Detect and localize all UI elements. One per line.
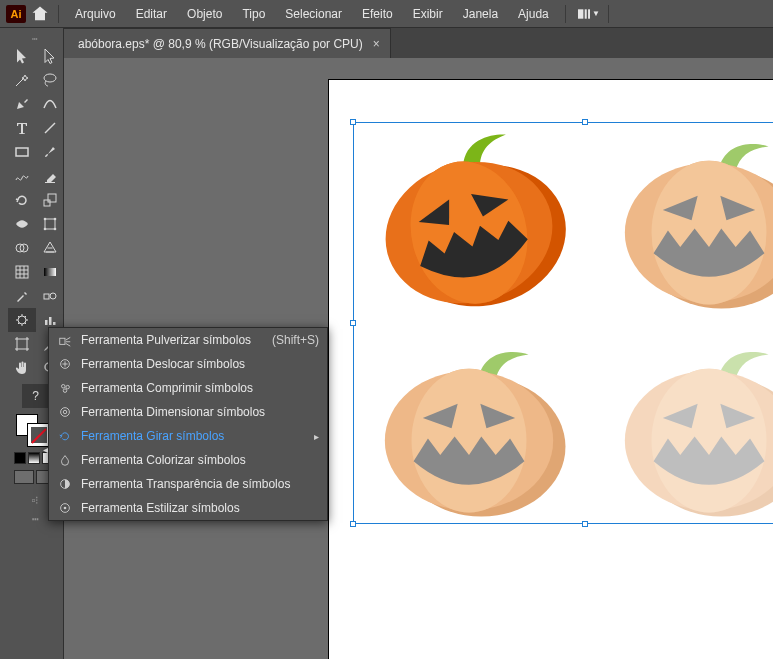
close-tab-icon[interactable]: × <box>373 37 380 51</box>
rectangle-tool-icon[interactable] <box>8 140 36 164</box>
perspective-grid-tool-icon[interactable] <box>36 236 64 260</box>
flyout-item-symbol-shifter[interactable]: Ferramenta Deslocar símbolos <box>49 352 327 376</box>
menu-arquivo[interactable]: Arquivo <box>67 3 124 25</box>
shape-builder-tool-icon[interactable] <box>8 236 36 260</box>
menu-janela[interactable]: Janela <box>455 3 506 25</box>
menu-tipo[interactable]: Tipo <box>234 3 273 25</box>
flyout-item-symbol-screener[interactable]: Ferramenta Transparência de símbolos <box>49 472 327 496</box>
panel-gutter: ⋮⋮ <box>0 28 8 659</box>
rotate-tool-icon[interactable] <box>8 188 36 212</box>
gradient-tool-icon[interactable] <box>36 260 64 284</box>
flyout-item-symbol-sprayer[interactable]: Ferramenta Pulverizar símbolos (Shift+S) <box>49 328 327 352</box>
submenu-caret-icon: ▸ <box>314 431 319 442</box>
svg-rect-7 <box>48 194 56 202</box>
artboard-tool-icon[interactable] <box>8 332 36 356</box>
shaper-tool-icon[interactable] <box>8 164 36 188</box>
home-icon[interactable] <box>30 4 50 24</box>
paintbrush-tool-icon[interactable] <box>36 140 64 164</box>
scale-tool-icon[interactable] <box>36 188 64 212</box>
flyout-item-label: Ferramenta Comprimir símbolos <box>81 381 253 395</box>
selection-tool-icon[interactable] <box>8 44 36 68</box>
svg-rect-0 <box>578 9 583 18</box>
hand-tool-icon[interactable] <box>8 356 36 380</box>
divider <box>565 5 566 23</box>
svg-line-4 <box>45 123 55 133</box>
svg-rect-15 <box>16 266 28 278</box>
mesh-tool-icon[interactable] <box>8 260 36 284</box>
svg-point-42 <box>63 410 67 414</box>
svg-point-10 <box>54 218 57 221</box>
document-tab-bar: abóbora.eps* @ 80,9 % (RGB/Visualização … <box>64 28 773 58</box>
menu-efeito[interactable]: Efeito <box>354 3 401 25</box>
flyout-item-symbol-spinner[interactable]: Ferramenta Girar símbolos ▸ <box>49 424 327 448</box>
selection-handle[interactable] <box>582 119 588 125</box>
blend-tool-icon[interactable] <box>36 284 64 308</box>
color-chip[interactable] <box>14 452 26 464</box>
selection-handle[interactable] <box>350 320 356 326</box>
flyout-item-symbol-stainer[interactable]: Ferramenta Colorizar símbolos <box>49 448 327 472</box>
svg-point-40 <box>63 389 67 393</box>
symbol-spinner-icon <box>57 428 73 444</box>
draw-normal-icon[interactable] <box>14 470 34 484</box>
flyout-item-label: Ferramenta Deslocar símbolos <box>81 357 245 371</box>
svg-rect-8 <box>45 219 55 229</box>
symbol-shifter-icon <box>57 356 73 372</box>
svg-point-9 <box>44 218 47 221</box>
symbol-stainer-icon <box>57 452 73 468</box>
stroke-swatch[interactable] <box>28 424 50 446</box>
svg-point-45 <box>64 507 67 510</box>
gradient-chip[interactable] <box>28 452 40 464</box>
app-badge: Ai <box>6 5 26 23</box>
divider <box>608 5 609 23</box>
menu-exibir[interactable]: Exibir <box>405 3 451 25</box>
svg-point-18 <box>50 293 56 299</box>
free-transform-tool-icon[interactable] <box>36 212 64 236</box>
svg-rect-1 <box>585 9 587 18</box>
flyout-item-symbol-styler[interactable]: Ferramenta Estilizar símbolos <box>49 496 327 520</box>
curvature-tool-icon[interactable] <box>36 92 64 116</box>
svg-rect-21 <box>49 317 52 325</box>
eraser-tool-icon[interactable] <box>36 164 64 188</box>
svg-rect-20 <box>45 320 48 325</box>
edit-toolbar-button[interactable]: ? <box>22 384 50 408</box>
selection-handle[interactable] <box>350 119 356 125</box>
selection-handle[interactable] <box>350 521 356 527</box>
symbol-sprayer-tool-icon[interactable] <box>8 308 36 332</box>
svg-rect-6 <box>44 200 50 206</box>
eyedropper-tool-icon[interactable] <box>8 284 36 308</box>
width-tool-icon[interactable] <box>8 212 36 236</box>
flyout-item-label: Ferramenta Colorizar símbolos <box>81 453 246 467</box>
svg-point-11 <box>44 228 47 231</box>
svg-rect-17 <box>44 294 49 299</box>
menu-editar[interactable]: Editar <box>128 3 175 25</box>
flyout-item-symbol-sizer[interactable]: Ferramenta Dimensionar símbolos <box>49 400 327 424</box>
menu-objeto[interactable]: Objeto <box>179 3 230 25</box>
line-tool-icon[interactable] <box>36 116 64 140</box>
selection-handle[interactable] <box>582 521 588 527</box>
symbol-scruncher-icon <box>57 380 73 396</box>
arrange-documents-icon[interactable]: ▼ <box>578 4 600 24</box>
panel-grip-icon[interactable]: ┅ <box>8 34 63 44</box>
app-topbar: Ai Arquivo Editar Objeto Tipo Selecionar… <box>0 0 773 28</box>
flyout-item-label: Ferramenta Transparência de símbolos <box>81 477 290 491</box>
lasso-tool-icon[interactable] <box>36 68 64 92</box>
svg-rect-22 <box>53 322 56 325</box>
selection-bounds <box>353 122 773 524</box>
type-tool-icon[interactable] <box>8 116 36 140</box>
menu-selecionar[interactable]: Selecionar <box>277 3 350 25</box>
pen-tool-icon[interactable] <box>8 92 36 116</box>
direct-selection-tool-icon[interactable] <box>36 44 64 68</box>
svg-rect-16 <box>44 268 56 276</box>
symbol-sprayer-icon <box>57 332 73 348</box>
document-tab[interactable]: abóbora.eps* @ 80,9 % (RGB/Visualização … <box>64 28 391 58</box>
svg-point-38 <box>62 385 66 389</box>
flyout-tearoff-icon[interactable]: ◂ <box>43 444 48 455</box>
svg-rect-2 <box>588 9 590 18</box>
flyout-item-label: Ferramenta Girar símbolos <box>81 429 224 443</box>
flyout-item-symbol-scruncher[interactable]: Ferramenta Comprimir símbolos <box>49 376 327 400</box>
symbol-sizer-icon <box>57 404 73 420</box>
symbol-styler-icon <box>57 500 73 516</box>
divider <box>58 5 59 23</box>
menu-ajuda[interactable]: Ajuda <box>510 3 557 25</box>
magic-wand-tool-icon[interactable] <box>8 68 36 92</box>
